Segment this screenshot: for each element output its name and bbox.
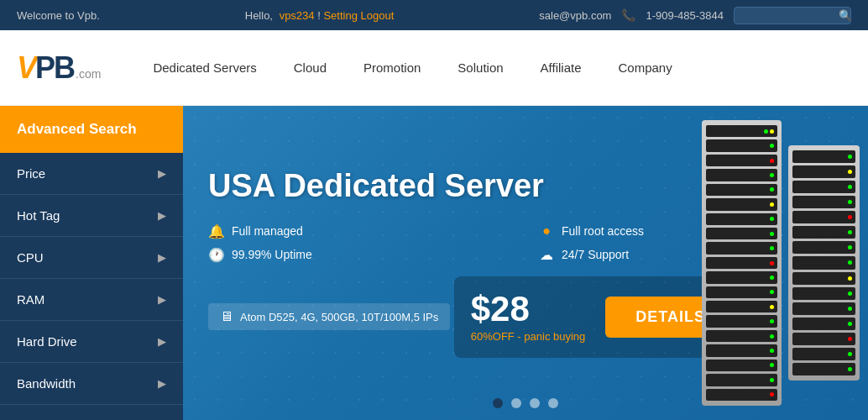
rack-slot (792, 196, 855, 208)
main-nav: Dedicated Servers Cloud Promotion Soluti… (134, 54, 690, 81)
rack-slot (792, 256, 855, 269)
alarm-icon: 🔔 (208, 223, 225, 239)
setting-link[interactable]: Setting (323, 9, 357, 22)
rack-unit-1 (702, 120, 782, 406)
sidebar-item-price[interactable]: Price ▶ (0, 153, 183, 195)
led-green (848, 155, 852, 159)
feature-managed-text: Full managed (232, 224, 303, 238)
sidebar-item-bandwidth[interactable]: Bandwidth ▶ (0, 363, 183, 405)
chevron-right-icon: ▶ (158, 251, 166, 264)
logout-link[interactable]: Logout (361, 9, 395, 22)
led-green (848, 185, 852, 189)
led-yellow (848, 276, 852, 281)
rack-slot (706, 286, 777, 298)
dot-1[interactable] (493, 398, 503, 408)
nav-item-dedicated-servers[interactable]: Dedicated Servers (134, 54, 275, 81)
feature-uptime: 🕐 99.99% Uptime (208, 246, 513, 263)
led-yellow (770, 305, 774, 309)
led-green (770, 246, 774, 250)
price-discount: 60%OFF - panic buying (471, 330, 586, 343)
rack-slot (792, 363, 855, 375)
sidebar-item-cpu[interactable]: CPU ▶ (0, 237, 183, 279)
led-yellow (770, 129, 774, 134)
hello-text: Hello, vps234 ! Setting Logout (245, 9, 395, 22)
clock-icon: 🕐 (208, 246, 225, 263)
led-green (848, 307, 852, 311)
sidebar-item-hard-drive[interactable]: Hard Drive ▶ (0, 321, 183, 363)
rack-slot (792, 302, 855, 315)
led-red (770, 392, 774, 396)
phone-icon: 📞 (621, 8, 635, 22)
led-green (770, 276, 774, 280)
nav-item-company[interactable]: Company (600, 54, 691, 81)
rack-unit-2 (788, 145, 860, 381)
rack-slot (706, 374, 777, 386)
welcome-text: Welcome to Vpb. (17, 9, 100, 22)
dot-3[interactable] (530, 398, 540, 408)
feature-uptime-text: 99.99% Uptime (232, 248, 312, 261)
led-red (848, 215, 852, 219)
nav-item-solution[interactable]: Solution (439, 54, 521, 81)
led-green (770, 173, 774, 177)
search-input[interactable] (741, 9, 834, 22)
rack-slot (706, 315, 777, 327)
cloud-icon: ☁ (538, 246, 555, 263)
spec-text: Atom D525, 4G, 500GB, 10T/100M,5 IPs (240, 311, 438, 323)
rack-slot (706, 139, 777, 151)
led-green (848, 200, 852, 204)
search-box[interactable]: 🔍 (734, 7, 851, 24)
nav-item-affiliate[interactable]: Affiliate (522, 54, 600, 81)
led-yellow (770, 202, 774, 207)
rack-slot (792, 318, 855, 330)
rack-slot (706, 242, 777, 254)
led-green (770, 319, 774, 323)
rack-slot (706, 125, 777, 137)
led-green (770, 217, 774, 221)
led-green (848, 352, 852, 356)
dot-4[interactable] (548, 398, 558, 408)
led-green (848, 245, 852, 249)
sidebar-item-ips[interactable]: IPs ▶ (0, 405, 183, 420)
sidebar-label-ram: RAM (17, 292, 44, 307)
led-green (770, 334, 774, 339)
dot-2[interactable] (511, 398, 521, 408)
sidebar-item-hot-tag[interactable]: Hot Tag ▶ (0, 195, 183, 237)
rack-slot (706, 360, 777, 371)
username-link[interactable]: vps234 (280, 9, 315, 22)
nav-item-cloud[interactable]: Cloud (275, 54, 345, 81)
nav-item-promotion[interactable]: Promotion (345, 54, 439, 81)
rack-slot (706, 257, 777, 269)
sidebar-label-price: Price (17, 166, 45, 181)
rack-slot (792, 348, 855, 360)
sidebar-item-ram[interactable]: RAM ▶ (0, 279, 183, 321)
rack-slot (792, 150, 855, 163)
search-icon: 🔍 (839, 9, 852, 22)
logo-text: VPB (17, 50, 74, 86)
rack-slot (706, 271, 777, 283)
rack-slot (706, 198, 777, 210)
led-green (770, 290, 774, 294)
rack-slot (792, 333, 855, 345)
rack-slot (792, 226, 855, 239)
rack-slot (706, 330, 777, 342)
server-illustration (599, 106, 868, 420)
logo[interactable]: VPB .com (17, 50, 101, 86)
sidebar-label-hard-drive: Hard Drive (17, 334, 77, 349)
chevron-right-icon: ▶ (158, 335, 166, 348)
chevron-right-icon: ▶ (158, 209, 166, 222)
led-yellow (848, 170, 852, 174)
server-rack (702, 120, 868, 406)
email-text: sale@vpb.com (539, 9, 611, 22)
rack-slot (792, 165, 855, 178)
rack-slot (792, 287, 855, 300)
spec-bar: 🖥 Atom D525, 4G, 500GB, 10T/100M,5 IPs (208, 303, 450, 330)
led-green (848, 260, 852, 265)
price-info: $28 60%OFF - panic buying (471, 291, 586, 343)
server-icon: 🖥 (220, 309, 233, 324)
rack-slot (706, 213, 777, 225)
sidebar-label-hot-tag: Hot Tag (17, 208, 60, 223)
top-bar-center: Hello, vps234 ! Setting Logout (245, 9, 395, 22)
rack-slot (792, 241, 855, 254)
sidebar-label-cpu: CPU (17, 250, 44, 265)
chevron-right-icon: ▶ (158, 167, 166, 180)
